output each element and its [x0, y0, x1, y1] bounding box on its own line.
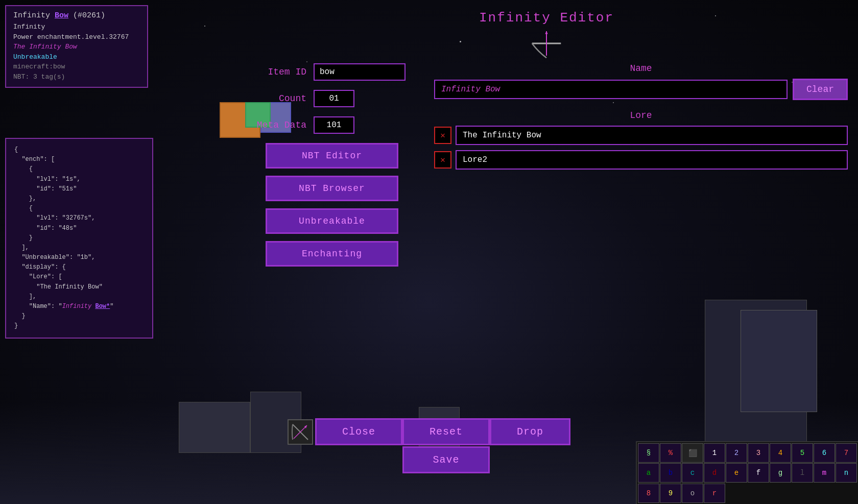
char-key-r[interactable]: r [704, 484, 725, 503]
left-bottom-group: Close [288, 418, 402, 473]
nbt-line: } [14, 233, 144, 243]
tooltip-line-5: NBT: 3 tag(s) [13, 72, 140, 82]
reset-button[interactable]: Reset [402, 418, 490, 445]
unbreakable-button[interactable]: Unbreakable [266, 208, 398, 234]
char-key-1[interactable]: 1 [704, 443, 725, 463]
item-id-input[interactable] [314, 63, 406, 81]
nbt-line: }, [14, 194, 144, 204]
char-key-e[interactable]: e [726, 463, 747, 483]
item-id-label: Item ID [245, 67, 306, 77]
nbt-line: "id": "51s" [14, 184, 144, 194]
block5 [741, 310, 817, 412]
char-key-a[interactable]: a [638, 463, 659, 483]
char-key-9[interactable]: 9 [660, 484, 681, 503]
clear-button[interactable]: Clear [793, 79, 848, 100]
count-input[interactable] [314, 90, 354, 107]
char-key-percent[interactable]: % [660, 443, 681, 463]
char-key-g[interactable]: g [770, 463, 791, 483]
item-icon-area [245, 31, 848, 56]
lore-input-0[interactable] [456, 126, 848, 145]
nbt-line: "id": "48s" [14, 224, 144, 233]
nbt-line: "lvl": "32767s", [14, 213, 144, 223]
meta-data-label: Meta Data [245, 120, 306, 130]
tooltip-title-normal: Infinity [13, 11, 55, 20]
char-key-b[interactable]: b [660, 463, 681, 483]
tooltip-line-0: Infinity [13, 22, 140, 32]
char-key-o[interactable]: o [682, 484, 703, 503]
char-key-5[interactable]: 5 [792, 443, 813, 463]
nbt-line: } [14, 311, 144, 321]
char-key-m[interactable]: m [814, 463, 835, 483]
nbt-line: ], [14, 292, 144, 302]
bow-icon [529, 26, 565, 62]
enchanting-button[interactable]: Enchanting [266, 241, 398, 267]
nbt-line: "Lore": [ [14, 272, 144, 282]
bow-slot-icon [291, 423, 309, 441]
nbt-line: ], [14, 243, 144, 253]
meta-data-row: Meta Data [245, 116, 419, 134]
tooltip-item-code: (#0261) [68, 11, 105, 20]
lore-delete-0-button[interactable]: ✕ [434, 127, 451, 144]
lore-row-0: ✕ [434, 126, 848, 145]
count-row: Count [245, 90, 419, 107]
nbt-line: "Name": "Infinity Bow*" [14, 302, 144, 311]
nbt-line: { [14, 164, 144, 174]
save-button[interactable]: Save [402, 446, 490, 473]
char-key-s[interactable]: § [638, 443, 659, 463]
char-key-6[interactable]: 6 [814, 443, 835, 463]
right-bottom-group: Drop [490, 418, 570, 473]
nbt-line: "display": { [14, 262, 144, 272]
star [204, 26, 205, 27]
char-key-c[interactable]: c [682, 463, 703, 483]
char-key-n[interactable]: n [836, 463, 857, 483]
char-key-black[interactable]: ⬛ [682, 443, 703, 463]
char-key-f[interactable]: f [748, 463, 769, 483]
tooltip-title-bold: Bow [55, 11, 68, 20]
char-keyboard-grid: § % ⬛ 1 2 3 4 5 6 7 a b c d e f g l m n [637, 442, 858, 484]
center-bottom-group: Reset Save [402, 418, 490, 473]
item-id-row: Item ID [245, 63, 419, 81]
tooltip-line-3: Unbreakable [13, 52, 140, 62]
nbt-line: "The Infinity Bow" [14, 282, 144, 292]
char-keyboard-grid-extra: 8 9 o r [637, 484, 858, 504]
nbt-line: { [14, 145, 144, 155]
inventory-slot [288, 419, 313, 445]
nbt-line: "Unbreakable": "1b", [14, 253, 144, 262]
char-key-2[interactable]: 2 [726, 443, 747, 463]
lore-section-label: Lore [434, 110, 848, 121]
lore-row-1: ✕ [434, 150, 848, 170]
name-input[interactable] [434, 80, 788, 99]
nbt-browser-button[interactable]: NBT Browser [266, 176, 398, 201]
char-key-l[interactable]: l [792, 463, 813, 483]
count-label: Count [245, 93, 306, 104]
char-key-4[interactable]: 4 [770, 443, 791, 463]
tooltip-title: Infinity Bow (#0261) [13, 11, 140, 20]
char-keyboard: § % ⬛ 1 2 3 4 5 6 7 a b c d e f g l m n … [636, 441, 858, 504]
name-row: Clear [434, 79, 848, 100]
char-key-d[interactable]: d [704, 463, 725, 483]
nbt-line: { [14, 204, 144, 213]
item-icon [529, 26, 565, 62]
name-section-label: Name [434, 63, 848, 74]
bottom-left-actions: Close [288, 418, 402, 445]
tooltip-line-4: minecraft:bow [13, 62, 140, 72]
close-button[interactable]: Close [315, 418, 402, 445]
char-key-7[interactable]: 7 [836, 443, 857, 463]
tooltip-line-2: The Infinity Bow [13, 42, 140, 52]
drop-button[interactable]: Drop [490, 418, 570, 445]
editor-title: Infinity Editor [245, 10, 848, 26]
nbt-line: "ench": [ [14, 155, 144, 164]
editor-panel: Infinity Editor Item ID [245, 10, 848, 274]
char-key-3[interactable]: 3 [748, 443, 769, 463]
left-column: Item ID Count Meta Data NBT Editor NBT B… [245, 63, 419, 274]
lore-delete-1-button[interactable]: ✕ [434, 151, 451, 169]
nbt-line: } [14, 321, 144, 331]
nbt-editor-button[interactable]: NBT Editor [266, 143, 398, 169]
meta-data-input[interactable] [314, 116, 354, 134]
editor-columns: Item ID Count Meta Data NBT Editor NBT B… [245, 63, 848, 274]
item-tooltip: Infinity Bow (#0261) Infinity Power ench… [5, 5, 148, 88]
lore-input-1[interactable] [456, 150, 848, 170]
right-column: Name Clear Lore ✕ ✕ [434, 63, 848, 175]
char-key-8[interactable]: 8 [638, 484, 659, 503]
tooltip-line-1: Power enchantment.level.32767 [13, 32, 140, 42]
